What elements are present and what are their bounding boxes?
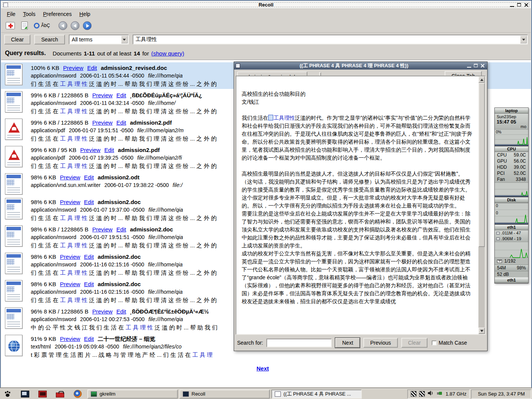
query-results-label: Query results. (5, 50, 46, 57)
editor-launcher-icon[interactable] (38, 390, 47, 398)
power-plug-icon[interactable] (437, 391, 443, 397)
result-url: file:///home/qia (149, 316, 183, 322)
result-url: file:///home/qia (148, 289, 183, 295)
chevron-down-icon[interactable] (121, 36, 128, 43)
match-anchor (268, 115, 273, 120)
window-title: Recoll (1, 1, 531, 8)
search-button[interactable]: Search (34, 35, 65, 44)
query-input[interactable] (136, 36, 518, 43)
edit-link[interactable]: Edit (84, 336, 94, 342)
firefox-launcher-icon[interactable] (73, 390, 82, 398)
chevron-down-icon[interactable] (520, 36, 527, 43)
cpu-frequency: 1.87 GHz (445, 391, 466, 397)
window-manager-icon[interactable] (3, 390, 12, 398)
spell-tool-button[interactable]: ÂbÇ (32, 20, 51, 31)
scroll-up-icon[interactable] (478, 76, 485, 83)
doc-file-icon (5, 225, 22, 247)
firstaid-icon (6, 22, 15, 29)
edit-link[interactable]: Edit (84, 199, 94, 205)
spell-label: ÂbÇ (41, 23, 50, 28)
search-mode-combo[interactable]: All terms (69, 35, 129, 44)
keyboard-layout-icon[interactable] (411, 391, 416, 397)
term-explorer-button[interactable] (4, 20, 16, 31)
preview-minimize-button[interactable] (466, 63, 472, 68)
preview-link[interactable]: Preview (63, 65, 83, 71)
result-me­ta: 98% 6 KB (31, 174, 56, 180)
edit-link[interactable]: Edit (116, 119, 126, 126)
edit-link[interactable]: Edit (84, 281, 94, 287)
preview-link[interactable]: Preview (92, 92, 112, 98)
edit-link[interactable]: Edit (116, 226, 126, 233)
preview-link[interactable]: Preview (60, 336, 80, 342)
match-case-label: Match Case (439, 340, 467, 346)
preview-maximize-button[interactable] (473, 63, 479, 68)
edit-link[interactable]: Edit (104, 147, 114, 153)
terminal-launcher-icon[interactable] (21, 390, 30, 398)
menu-help[interactable]: Help (76, 10, 94, 18)
taskbar-button-preview[interactable]: ((工 PHRASE 4 具 PHRASE ... (271, 390, 362, 399)
taskbar-button-recoll[interactable]: Recoll (179, 390, 270, 399)
scrollbar-thumb[interactable] (478, 83, 485, 247)
mail-row[interactable]: 1/192 (495, 258, 528, 264)
first-page-button[interactable] (59, 21, 67, 30)
next-results-link[interactable]: Next (256, 365, 269, 372)
volume-row: 52 dB (495, 271, 528, 277)
volume-icon[interactable] (428, 390, 434, 397)
result-title: admission2.doc (98, 253, 141, 260)
keyboard-layout-icon[interactable] (419, 391, 425, 397)
minimize-button[interactable] (509, 2, 515, 8)
preview-scrollbar[interactable] (478, 76, 485, 334)
next-page-button[interactable] (83, 21, 92, 30)
doc-byline: 文/钱江 (242, 98, 474, 106)
doc-paragraph: 需要注意的是这些毕业后在社会上能成功发展的学生并不一定是在大学里学习成绩最好的学… (242, 210, 474, 250)
scroll-down-icon[interactable] (478, 328, 485, 334)
preview-text-area[interactable]: 高校招生的社会功能和目的 文/钱江 我们生活在工具理性泛滥的时代。作为“世之显学… (236, 76, 486, 335)
preview-link[interactable]: Preview (92, 119, 112, 126)
gkrellm-monitor[interactable]: laptop Sun23Sep 15:47 05 mo 0% CPU CPU59… (494, 108, 529, 283)
find-previous-button[interactable]: Previous (363, 338, 397, 348)
preview-link[interactable]: Preview (60, 174, 80, 180)
edit-link[interactable]: Edit (116, 92, 126, 98)
preview-link[interactable]: Preview (60, 253, 80, 260)
edit-link[interactable]: Edit (84, 174, 94, 180)
result-meta: 99% 6 KB / 95 KB (31, 147, 76, 153)
result-meta: 100% 6 KB (31, 65, 59, 71)
preview-link[interactable]: Preview (92, 226, 112, 233)
preview-window-title: ((工 PHRASE 4 具 PHRASE 4 理 PHRASE 4 性)) (242, 62, 466, 69)
taskbar-button-gkrellm[interactable]: gkrellm (87, 390, 178, 399)
preview-link[interactable]: Preview (60, 199, 80, 205)
find-clear-button[interactable]: Clear (401, 338, 428, 348)
query-combo[interactable] (133, 35, 528, 44)
sensor-row: HDD39.0C (495, 164, 528, 170)
prev-page-button[interactable] (71, 21, 79, 30)
edit-link[interactable]: Edit (87, 65, 97, 71)
preview-link[interactable]: Preview (92, 308, 112, 315)
preview-link[interactable]: Preview (60, 281, 80, 287)
maximize-button[interactable] (516, 2, 522, 8)
edit-link[interactable]: Edit (84, 253, 94, 260)
menu-tools[interactable]: Tools (20, 10, 39, 18)
find-next-button[interactable]: Next (335, 338, 360, 348)
preview-link[interactable]: Preview (80, 147, 100, 153)
preview-titlebar[interactable]: ((工 PHRASE 4 具 PHRASE 4 理 PHRASE 4 性)) (234, 62, 487, 70)
match-case-checkbox[interactable] (432, 340, 437, 345)
gkrellm-icon (91, 391, 97, 397)
document-history-button[interactable] (19, 20, 30, 31)
result-mime: application/pdf (31, 127, 65, 133)
monitor-icon (496, 232, 500, 234)
menu-file[interactable]: File (3, 10, 19, 18)
show-query-link[interactable]: (show query) (151, 50, 184, 57)
close-button[interactable] (524, 2, 529, 8)
toolbox-launcher-icon[interactable] (55, 390, 65, 398)
clear-button[interactable]: Clear (4, 35, 30, 44)
taskbar-clock[interactable]: Sun Sep 23, 3:47 PM (471, 390, 531, 399)
edit-link[interactable]: Edit (116, 308, 126, 315)
result-meta: 99% 6 KB / 1228865 B (31, 119, 89, 126)
odt-file-icon (5, 173, 22, 195)
menu-preferences[interactable]: Preferences (40, 10, 75, 18)
clock-time: 15:47 05 (497, 119, 526, 125)
result-date: 2006-01-11 05:54:44 -0500 (80, 73, 144, 79)
preview-search-input[interactable] (266, 339, 332, 347)
titlebar[interactable]: Recoll (1, 1, 531, 9)
preview-close-button[interactable] (480, 63, 486, 68)
